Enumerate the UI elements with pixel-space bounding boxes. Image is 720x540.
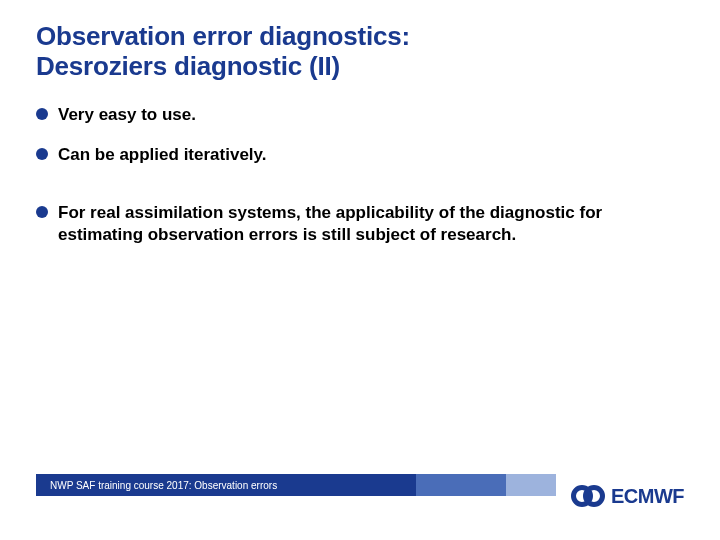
bullet-list: Very easy to use. Can be applied iterati… (36, 104, 684, 246)
title-line-1: Observation error diagnostics: (36, 21, 410, 51)
slide-title: Observation error diagnostics: Desrozier… (36, 22, 684, 82)
bullet-text: Very easy to use. (58, 105, 196, 124)
ecmwf-logo-icon (571, 482, 605, 510)
bullet-item: For real assimilation systems, the appli… (36, 202, 684, 246)
slide: Observation error diagnostics: Desrozier… (0, 0, 720, 540)
bullet-text: For real assimilation systems, the appli… (58, 203, 602, 244)
footer-text: NWP SAF training course 2017: Observatio… (50, 480, 277, 491)
footer-band: NWP SAF training course 2017: Observatio… (36, 474, 566, 496)
footer-band-mid (416, 474, 506, 496)
ecmwf-logo-text: ECMWF (611, 485, 684, 508)
footer-band-dark: NWP SAF training course 2017: Observatio… (36, 474, 416, 496)
ecmwf-logo: ECMWF (571, 482, 684, 510)
bullet-item: Very easy to use. (36, 104, 684, 126)
bullet-item: Can be applied iteratively. (36, 144, 684, 166)
footer-band-light (506, 474, 556, 496)
title-line-2: Desroziers diagnostic (II) (36, 51, 340, 81)
bullet-text: Can be applied iteratively. (58, 145, 266, 164)
